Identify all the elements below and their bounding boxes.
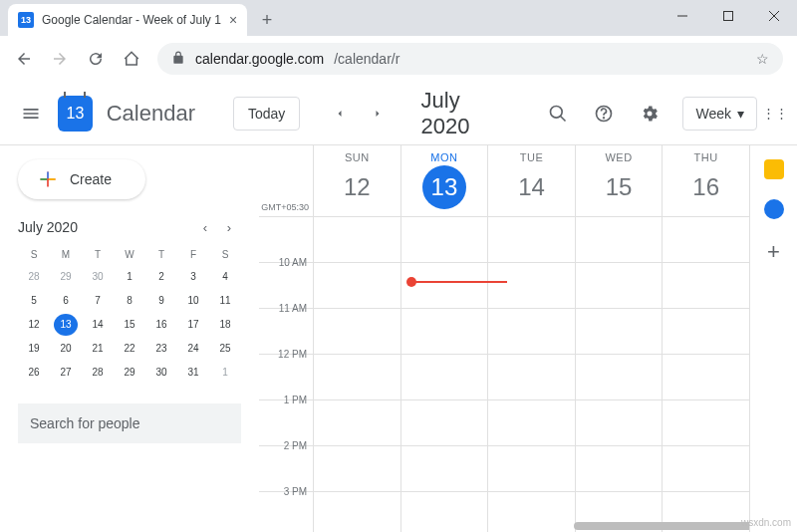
mini-day[interactable]: 29: [54, 266, 78, 288]
time-cell[interactable]: [313, 400, 400, 445]
window-close-button[interactable]: [751, 0, 797, 32]
keep-icon[interactable]: [764, 159, 784, 179]
time-cell[interactable]: [662, 263, 749, 308]
day-column-header[interactable]: TUE14: [487, 145, 575, 216]
time-cell[interactable]: [487, 217, 575, 262]
mini-day[interactable]: 6: [54, 290, 78, 312]
time-cell[interactable]: [575, 217, 663, 262]
mini-day[interactable]: 17: [181, 314, 205, 336]
mini-day[interactable]: 30: [149, 362, 173, 384]
horizontal-scrollbar[interactable]: [574, 522, 749, 530]
time-cell[interactable]: [400, 492, 488, 532]
time-cell[interactable]: [487, 309, 575, 354]
hour-row[interactable]: 10 AM: [259, 263, 749, 309]
browser-tab[interactable]: 13 Google Calendar - Week of July 1 ×: [8, 4, 247, 36]
mini-day[interactable]: 28: [22, 266, 46, 288]
day-column-header[interactable]: WED15: [575, 145, 663, 216]
time-cell[interactable]: [487, 263, 575, 308]
hour-row[interactable]: 1 PM: [259, 400, 749, 446]
mini-day[interactable]: 4: [213, 266, 237, 288]
search-people-input[interactable]: Search for people: [18, 403, 241, 443]
new-tab-button[interactable]: +: [253, 6, 281, 34]
search-button[interactable]: [539, 94, 577, 133]
time-cell[interactable]: [575, 355, 663, 399]
mini-day[interactable]: 8: [118, 290, 141, 312]
mini-next-button[interactable]: ›: [217, 215, 241, 239]
day-column-header[interactable]: MON13: [400, 145, 488, 216]
address-input[interactable]: calendar.google.com/calendar/r ☆: [157, 43, 783, 75]
time-cell[interactable]: [575, 263, 663, 308]
mini-day[interactable]: 19: [22, 338, 46, 360]
mini-day[interactable]: 30: [86, 266, 110, 288]
tasks-icon[interactable]: [764, 199, 784, 219]
time-cell[interactable]: [487, 446, 575, 491]
time-cell[interactable]: [400, 217, 488, 262]
apps-menu-button[interactable]: ⋮⋮: [765, 94, 785, 133]
hour-row[interactable]: 12 PM: [259, 355, 749, 400]
mini-day[interactable]: 23: [149, 338, 173, 360]
time-cell[interactable]: [575, 400, 663, 445]
time-cell[interactable]: [313, 355, 400, 399]
mini-day[interactable]: 18: [213, 314, 237, 336]
mini-day[interactable]: 7: [86, 290, 110, 312]
forward-button[interactable]: [44, 43, 76, 75]
prev-period-button[interactable]: [324, 98, 355, 130]
view-switcher[interactable]: Week▾: [682, 97, 757, 131]
mini-day[interactable]: 2: [149, 266, 173, 288]
mini-day[interactable]: 25: [213, 338, 237, 360]
time-cell[interactable]: [487, 492, 575, 532]
settings-button[interactable]: [631, 94, 668, 133]
hour-row[interactable]: 2 PM: [259, 446, 749, 492]
maximize-button[interactable]: [705, 0, 751, 32]
time-cell[interactable]: [400, 446, 488, 491]
bookmark-star-icon[interactable]: ☆: [756, 51, 769, 67]
mini-day[interactable]: 24: [181, 338, 205, 360]
time-grid[interactable]: 10 AM11 AM12 PM1 PM2 PM3 PM: [259, 217, 749, 532]
time-cell[interactable]: [400, 309, 488, 354]
mini-day[interactable]: 1: [213, 362, 237, 384]
mini-day[interactable]: 10: [181, 290, 205, 312]
mini-day[interactable]: 16: [149, 314, 173, 336]
mini-day[interactable]: 20: [54, 338, 78, 360]
time-cell[interactable]: [662, 446, 749, 491]
time-cell[interactable]: [313, 263, 400, 308]
time-cell[interactable]: [575, 446, 663, 491]
time-cell[interactable]: [575, 309, 663, 354]
next-period-button[interactable]: [363, 98, 394, 130]
time-cell[interactable]: [313, 446, 400, 491]
mini-day[interactable]: 12: [22, 314, 46, 336]
add-addon-button[interactable]: +: [767, 239, 780, 265]
time-cell[interactable]: [400, 355, 488, 399]
time-cell[interactable]: [313, 492, 400, 532]
create-button[interactable]: Create: [18, 159, 145, 199]
help-button[interactable]: [585, 94, 623, 133]
time-cell[interactable]: [313, 309, 400, 354]
mini-day[interactable]: 9: [149, 290, 173, 312]
day-column-header[interactable]: SUN12: [313, 145, 400, 216]
minimize-button[interactable]: [660, 0, 705, 32]
mini-day[interactable]: 31: [181, 362, 205, 384]
mini-day[interactable]: 21: [86, 338, 110, 360]
time-cell[interactable]: [313, 217, 400, 262]
mini-day[interactable]: 28: [86, 362, 110, 384]
time-cell[interactable]: [400, 400, 488, 445]
mini-day[interactable]: 15: [118, 314, 141, 336]
mini-day[interactable]: 3: [181, 266, 205, 288]
reload-button[interactable]: [80, 43, 112, 75]
home-button[interactable]: [116, 43, 147, 75]
mini-day[interactable]: 22: [118, 338, 141, 360]
back-button[interactable]: [8, 43, 40, 75]
day-column-header[interactable]: THU16: [662, 145, 749, 216]
mini-day[interactable]: 13: [54, 314, 78, 336]
time-cell[interactable]: [662, 355, 749, 399]
hour-row[interactable]: 11 AM: [259, 309, 749, 355]
mini-day[interactable]: 5: [22, 290, 46, 312]
time-cell[interactable]: [662, 400, 749, 445]
mini-day[interactable]: 29: [118, 362, 141, 384]
time-cell[interactable]: [662, 309, 749, 354]
mini-prev-button[interactable]: ‹: [193, 215, 217, 239]
time-cell[interactable]: [487, 400, 575, 445]
hour-row[interactable]: [259, 217, 749, 263]
time-cell[interactable]: [662, 217, 749, 262]
main-menu-button[interactable]: [12, 94, 50, 133]
